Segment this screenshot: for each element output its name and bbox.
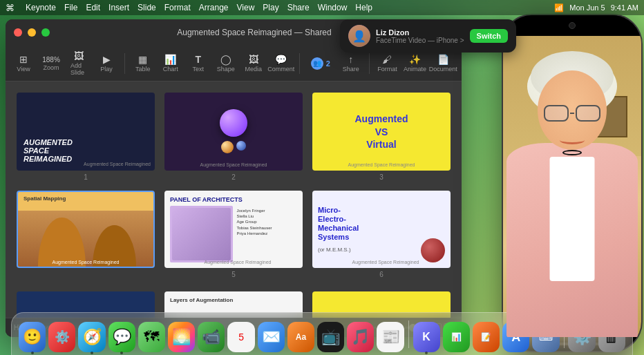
shape-label: Shape [217, 66, 235, 73]
facetime-notification: 👤 Liz Dizon FaceTime Video — iPhone > Sw… [340, 19, 516, 52]
menu-insert[interactable]: Insert [108, 3, 129, 12]
dock-icon-calendar[interactable]: 5 [227, 322, 254, 352]
dock-icon-music[interactable]: 🎵 [347, 322, 374, 352]
menu-slide[interactable]: Slide [138, 3, 156, 12]
view-label: View [17, 66, 30, 73]
dock-icon-tv[interactable]: 📺 [317, 322, 344, 352]
toolbar-play-button[interactable]: ▶ Play [94, 52, 119, 75]
facetime-video-call: 👤 [503, 36, 641, 337]
slide8-title: Layers of Augmentation [170, 297, 297, 303]
toolbar-animate-button[interactable]: ✨ Animate [402, 52, 427, 75]
slide-item-3[interactable]: Augmented VS Virtual Augmented Space Rei… [312, 93, 451, 181]
dock-icon-numbers[interactable]: 📊 [443, 322, 470, 352]
toolbar-document-button[interactable]: 📄 Document [430, 52, 456, 75]
slide-item-1[interactable]: AUGMENTEDSPACEREIMAGINED Augmented Space… [17, 93, 155, 181]
slide6-number: 6 [379, 271, 383, 278]
iphone-dynamic-island [538, 16, 607, 35]
menu-share[interactable]: Share [287, 3, 310, 12]
dock-icon-dict[interactable]: Aa [287, 322, 314, 352]
slide2-sphere-3 [236, 141, 246, 151]
facetime-info: Liz Dizon FaceTime Video — iPhone > [376, 28, 464, 44]
toolbar-chart-button[interactable]: 📊 Chart [158, 52, 183, 75]
slide2-sphere-2 [221, 141, 234, 153]
slide-thumb-4: Spatial Mapping Augmented Space Reimagin… [17, 191, 155, 269]
slide6-title: Micro- Electro- Mechanical Systems [318, 206, 445, 242]
toolbar-collaboration-button[interactable]: 👥 2 [305, 55, 336, 73]
toolbar-format-button[interactable]: 🖌 Format [375, 52, 399, 75]
slide5-name-2: Stella Liu [237, 213, 296, 219]
toolbar-add-slide-button[interactable]: 🖼 Add Slide [66, 48, 91, 78]
menu-edit[interactable]: Edit [86, 3, 100, 12]
slide-thumb-5: Panel of Architects Jocelyn Fringer Stel… [164, 191, 303, 269]
news-icon: 📰 [381, 328, 400, 346]
dock-icon-launchpad[interactable]: ⚙️ [48, 322, 75, 352]
photos-icon: 🌅 [172, 328, 191, 346]
dock-icon-maps[interactable]: 🗺 [138, 322, 165, 352]
media-label: Media [245, 66, 262, 73]
slide-thumb-3: Augmented VS Virtual Augmented Space Rei… [312, 93, 451, 171]
menu-bar-left: ⌘ Keynote File Edit Insert Slide Format … [6, 3, 372, 13]
slide5-grid: Jocelyn Fringer Stella Liu Age Group Tob… [170, 206, 297, 263]
slide-grid-area[interactable]: AUGMENTEDSPACEREIMAGINED Augmented Space… [6, 81, 462, 318]
toolbar-comment-button[interactable]: 💬 Comment [269, 52, 294, 75]
document-icon: 📄 [437, 54, 449, 65]
slide-grid: AUGMENTEDSPACEREIMAGINED Augmented Space… [17, 93, 451, 318]
dock-icon-mail[interactable]: ✉️ [258, 322, 285, 352]
slide-item-4[interactable]: Spatial Mapping Augmented Space Reimagin… [17, 191, 155, 282]
slide-thumb-2: Augmented Space Reimagined [164, 93, 303, 171]
menu-keynote[interactable]: Keynote [26, 3, 56, 12]
slide-item-2[interactable]: Augmented Space Reimagined 2 [164, 93, 303, 181]
glasses-left [544, 105, 569, 122]
menu-window[interactable]: Window [318, 3, 348, 12]
toolbar-media-button[interactable]: 🖼 Media [241, 52, 266, 75]
slide6-line1: Micro- [318, 206, 341, 214]
mail-icon: ✉️ [262, 328, 281, 346]
dock-icon-news[interactable]: 📰 [377, 322, 404, 352]
slide-thumb-6: Micro- Electro- Mechanical Systems (or M… [312, 191, 451, 269]
slide-item-6[interactable]: Micro- Electro- Mechanical Systems (or M… [312, 191, 451, 282]
slide-item-5[interactable]: Panel of Architects Jocelyn Fringer Stel… [164, 191, 303, 282]
dock-icon-safari[interactable]: 🧭 [78, 322, 105, 352]
facetime-caller-name: Liz Dizon [376, 28, 464, 37]
toolbar-text-button[interactable]: T Text [186, 52, 211, 75]
slide5-cell-1 [170, 206, 233, 263]
tv-icon: 📺 [321, 328, 340, 346]
dock-icon-messages[interactable]: 💬 [108, 322, 135, 352]
launchpad-icon: ⚙️ [55, 329, 70, 345]
slide3-number: 3 [379, 173, 383, 181]
facetime-switch-button[interactable]: Switch [470, 29, 508, 43]
apple-menu[interactable]: ⌘ [6, 3, 15, 13]
safari-dot [91, 352, 93, 354]
slide-thumb-1: AUGMENTEDSPACEREIMAGINED Augmented Space… [17, 93, 155, 171]
menu-file[interactable]: File [64, 3, 77, 12]
slide5-name-1: Jocelyn Fringer [237, 208, 296, 213]
slide1-number: 1 [84, 173, 88, 181]
menu-view[interactable]: View [237, 3, 255, 12]
toolbar-share-button[interactable]: ↑ Share [339, 52, 363, 75]
dock-icon-photos[interactable]: 🌅 [168, 322, 195, 352]
slide3-text: Augmented [355, 113, 408, 125]
menu-arrange[interactable]: Arrange [199, 3, 229, 12]
toolbar-table-button[interactable]: ▦ Table [131, 52, 155, 75]
slide4-footer: Augmented Space Reimagined [18, 260, 153, 265]
toolbar-zoom-button[interactable]: 188% Zoom [39, 54, 64, 73]
close-button[interactable] [14, 28, 22, 37]
menu-bar-date: Mon Jun 5 [569, 3, 605, 12]
menu-play[interactable]: Play [263, 3, 278, 12]
menu-help[interactable]: Help [355, 3, 372, 12]
glasses-bridge [570, 113, 574, 114]
dock-icon-pages[interactable]: 📝 [473, 322, 500, 352]
comment-label: Comment [267, 66, 294, 73]
slide5-cell-1-bg [172, 208, 231, 261]
fullscreen-button[interactable] [41, 28, 50, 37]
menu-bar: ⌘ Keynote File Edit Insert Slide Format … [0, 0, 644, 15]
toolbar-shape-button[interactable]: ◯ Shape [214, 52, 238, 75]
menu-format[interactable]: Format [164, 3, 191, 12]
toolbar-view-button[interactable]: ⊞ View [11, 52, 36, 75]
minimize-button[interactable] [28, 28, 36, 37]
toolbar-separator-3 [369, 53, 370, 74]
share-label: Share [343, 66, 359, 73]
dock-icon-facetime[interactable]: 📹 [198, 322, 225, 352]
dock-icon-finder[interactable]: 🙂 [19, 322, 46, 352]
dock-icon-keynote[interactable]: K [413, 322, 440, 352]
